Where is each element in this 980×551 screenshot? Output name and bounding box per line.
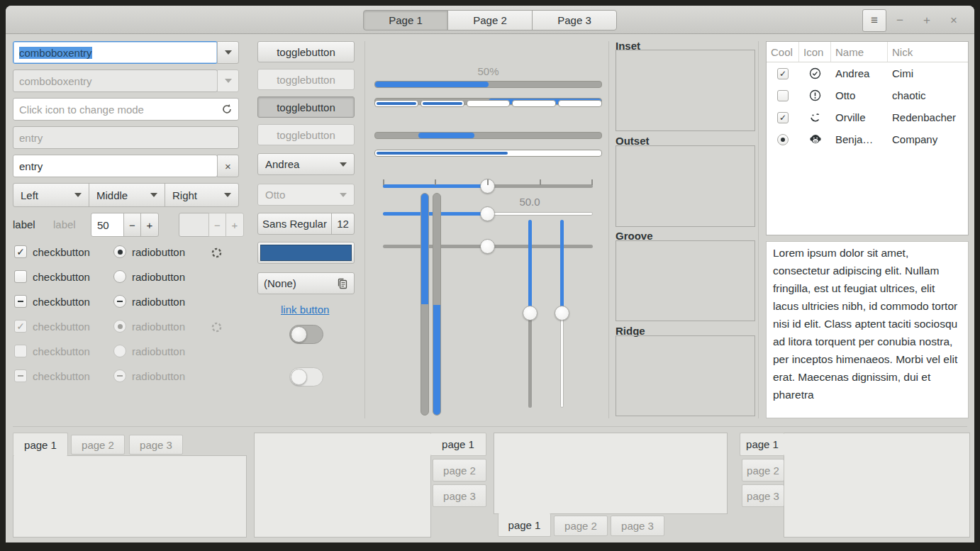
check-circle-icon [809, 67, 821, 79]
combo-andrea[interactable]: Andrea [257, 153, 355, 175]
minimize-button[interactable]: − [886, 13, 913, 28]
vertical-levelbar-top [421, 193, 429, 416]
frame-outset [616, 145, 755, 227]
slider-knob[interactable] [555, 306, 569, 321]
tree-header-nick[interactable]: Nick [888, 42, 968, 62]
spin-minus-button[interactable]: − [123, 213, 141, 237]
radiobutton-unselected[interactable]: radiobutton [113, 270, 185, 283]
spinner-icon-disabled [211, 322, 222, 333]
notebook-top-tab-page1[interactable]: page 1 [13, 433, 68, 456]
label-disabled: label [53, 218, 76, 230]
notebook-right-tab-page3[interactable]: page 3 [433, 484, 486, 507]
color-button[interactable] [257, 242, 355, 264]
tree-header-icon[interactable]: Icon [799, 42, 831, 62]
close-button[interactable]: × [940, 13, 967, 28]
combo-middle[interactable]: Middle [89, 183, 165, 207]
tree-header-name[interactable]: Name [831, 42, 888, 62]
checkbutton-mixed-disabled: checkbutton [14, 369, 90, 382]
table-row[interactable]: ✓ Andrea Cimi [767, 62, 968, 84]
vscale-1[interactable] [528, 220, 532, 408]
scale-mark [487, 179, 489, 185]
combo-right[interactable]: Right [165, 183, 239, 207]
checkbutton-mixed[interactable]: checkbutton [14, 295, 90, 308]
document-icon [337, 278, 348, 289]
combo-left[interactable]: Left [13, 183, 89, 207]
notebook-right-content [254, 433, 431, 538]
radiobutton-mixed-disabled: radiobutton [113, 369, 185, 382]
comboboxentry-input[interactable]: comboboxentry [13, 41, 218, 64]
notebook-bottom-content [494, 433, 728, 514]
checkbutton-unchecked[interactable]: checkbutton [14, 270, 90, 283]
chevron-down-icon [225, 79, 232, 83]
togglebutton-3-active[interactable]: togglebutton [257, 96, 355, 118]
separator [13, 426, 967, 427]
wink-face-icon [809, 111, 821, 123]
row-checkbox-checked[interactable]: ✓ [777, 68, 789, 79]
separator [608, 41, 609, 418]
font-button[interactable]: Sans Regular 12 [257, 213, 355, 235]
refresh-icon[interactable] [221, 104, 233, 115]
chevron-down-icon [224, 193, 231, 197]
spin-plus-button[interactable]: + [140, 213, 159, 237]
clear-entry-button[interactable]: × [217, 155, 239, 177]
radiobutton-mixed[interactable]: radiobutton [113, 295, 185, 308]
notebook-top-tab-page2[interactable]: page 2 [71, 435, 125, 455]
frame-inset [616, 50, 755, 131]
table-row[interactable]: ✓ Orville Redenbacher [767, 106, 968, 128]
notebook-right-tab-page2[interactable]: page 2 [433, 459, 486, 482]
row-checkbox-unchecked[interactable] [777, 90, 789, 101]
spinbutton-disabled: − + [179, 213, 245, 237]
entry-input[interactable]: entry [13, 155, 218, 177]
menu-button[interactable]: ≡ [862, 9, 886, 32]
notebook-bottom-tab-page1[interactable]: page 1 [498, 513, 551, 537]
checkbutton-checked[interactable]: ✓checkbutton [14, 245, 90, 258]
notebook-top-tab-page3[interactable]: page 3 [129, 435, 183, 455]
togglebutton-2-disabled: togglebutton [257, 69, 355, 90]
notebook-left-tab-page3[interactable]: page 3 [742, 484, 784, 507]
hamburger-menu-icon: ≡ [871, 13, 878, 28]
table-row[interactable]: Benja… Company [767, 128, 968, 150]
combo-otto-disabled: Otto [257, 184, 355, 206]
tree-header-cool[interactable]: Cool [767, 42, 799, 62]
switch-off-disabled [289, 367, 323, 386]
notebook-left-tab-page2[interactable]: page 2 [742, 459, 784, 482]
slider-knob[interactable] [480, 206, 495, 221]
titlebar[interactable]: Page 1 Page 2 Page 3 ≡ − + × [6, 6, 974, 34]
lorem-textview[interactable]: Lorem ipsum dolor sit amet, consectetur … [766, 241, 969, 418]
header-tab-page3[interactable]: Page 3 [532, 10, 617, 30]
slider-knob[interactable] [480, 239, 495, 254]
row-checkbox-checked[interactable]: ✓ [777, 112, 789, 123]
label: label [13, 218, 35, 230]
spinbutton-value[interactable]: 50 [91, 213, 124, 237]
chevron-down-icon [340, 193, 347, 197]
notebook-bottom-tab-page3[interactable]: page 3 [611, 516, 664, 536]
hscale-2[interactable] [383, 212, 593, 216]
table-row[interactable]: Otto chaotic [767, 84, 968, 106]
scale-mark [591, 179, 593, 185]
notebook-left-tab-page1[interactable]: page 1 [740, 433, 784, 456]
switch-off[interactable] [289, 325, 323, 344]
maximize-button[interactable]: + [913, 13, 940, 28]
file-chooser-button[interactable]: (None) [257, 272, 355, 294]
separator [758, 41, 759, 418]
scale-mark [383, 179, 384, 185]
radiobutton-unselected-disabled: radiobutton [113, 345, 185, 357]
font-size-label: 12 [332, 218, 354, 230]
vscale-2[interactable] [560, 220, 564, 408]
header-tab-page2[interactable]: Page 2 [447, 10, 533, 30]
radiobutton-selected[interactable]: radiobutton [113, 245, 185, 258]
slider-knob[interactable] [523, 306, 538, 321]
notebook-right-tab-page1[interactable]: page 1 [430, 433, 486, 456]
font-name-label: Sans Regular [258, 218, 331, 230]
row-radio-selected[interactable] [777, 134, 789, 145]
comboboxentry-dropdown-button[interactable] [217, 41, 239, 64]
chevron-down-icon [225, 50, 232, 55]
color-swatch [260, 245, 352, 261]
mode-entry-input[interactable]: Click icon to change mode [13, 98, 239, 121]
togglebutton-1[interactable]: togglebutton [257, 41, 355, 62]
notebook-bottom-tab-page2[interactable]: page 2 [554, 516, 608, 536]
spin-plus-button-disabled: + [225, 213, 244, 237]
link-button[interactable]: link button [281, 304, 329, 316]
treeview: Cool Icon Name Nick ✓ Andrea Cimi [766, 41, 969, 235]
header-tab-page1[interactable]: Page 1 [363, 10, 448, 30]
